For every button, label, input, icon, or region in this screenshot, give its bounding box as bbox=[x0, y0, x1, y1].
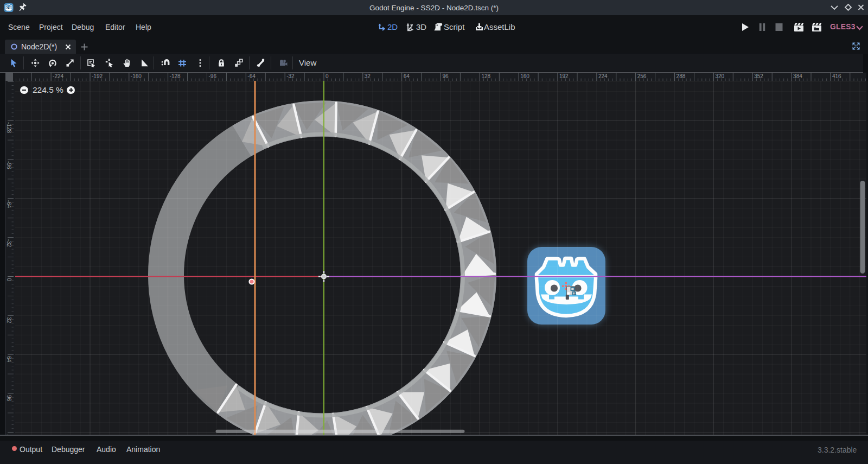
svg-text:320: 320 bbox=[715, 73, 724, 79]
svg-text:-96: -96 bbox=[209, 73, 217, 79]
svg-text:0: 0 bbox=[326, 73, 329, 79]
svg-text:224: 224 bbox=[598, 73, 608, 79]
svg-text:0: 0 bbox=[6, 278, 12, 282]
svg-text:64: 64 bbox=[6, 356, 12, 363]
svg-text:96: 96 bbox=[443, 73, 449, 79]
svg-text:32: 32 bbox=[365, 73, 371, 79]
svg-text:-128: -128 bbox=[170, 73, 181, 79]
svg-text:96: 96 bbox=[6, 395, 12, 402]
svg-text:64: 64 bbox=[404, 73, 410, 79]
svg-text:-32: -32 bbox=[6, 239, 12, 247]
svg-text:128: 128 bbox=[481, 73, 490, 79]
svg-text:288: 288 bbox=[676, 73, 686, 79]
svg-text:256: 256 bbox=[637, 73, 647, 79]
svg-text:352: 352 bbox=[754, 73, 763, 79]
svg-text:-128: -128 bbox=[6, 122, 12, 133]
svg-text:-32: -32 bbox=[286, 73, 295, 79]
svg-text:416: 416 bbox=[832, 73, 841, 79]
svg-text:160: 160 bbox=[520, 73, 529, 79]
svg-text:-96: -96 bbox=[6, 161, 12, 169]
svg-text:384: 384 bbox=[793, 73, 802, 79]
svg-text:-64: -64 bbox=[247, 73, 256, 79]
svg-text:192: 192 bbox=[559, 73, 569, 79]
svg-text:-160: -160 bbox=[131, 73, 142, 79]
svg-text:-64: -64 bbox=[6, 200, 12, 208]
svg-text:32: 32 bbox=[6, 317, 12, 323]
svg-text:-224: -224 bbox=[53, 73, 63, 79]
svg-text:-192: -192 bbox=[92, 73, 103, 79]
